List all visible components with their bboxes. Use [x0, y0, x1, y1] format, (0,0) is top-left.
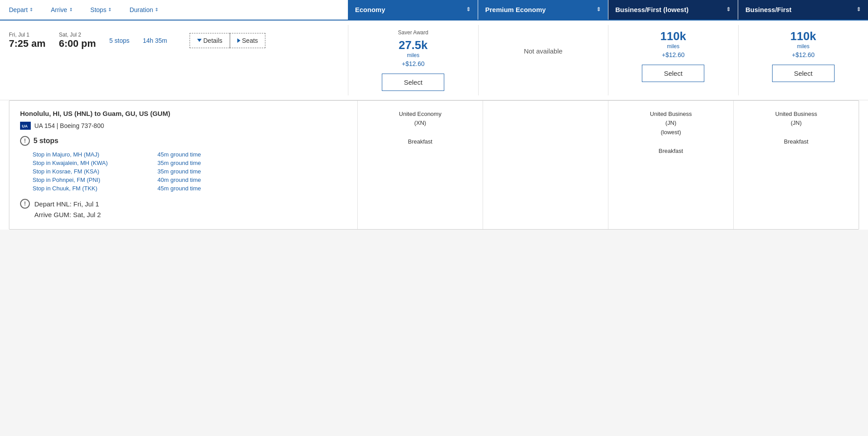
ground-time: 45m ground time — [157, 151, 201, 158]
duration-text: 14h 35m — [143, 37, 167, 44]
depart-warning-icon: ! — [20, 199, 30, 209]
business-lowest-sort-arrows: ⇕ — [726, 6, 731, 13]
cabin-meal: Breakfast — [408, 138, 433, 145]
business-lowest-cabin-header[interactable]: Business/First (lowest) ⇕ — [608, 0, 738, 20]
ground-time: 35m ground time — [157, 168, 201, 175]
depart-time: 7:25 am — [9, 38, 45, 49]
cabin-name-line: (XN) — [414, 119, 426, 126]
economy-cash: +$12.60 — [402, 60, 425, 67]
stops-count: 5 stops — [33, 137, 58, 145]
depart-arrive-info: ! Depart HNL: Fri, Jul 1 Arrive GUM: Sat… — [20, 199, 347, 220]
arrive-sort[interactable]: Arrive ⇕ — [51, 6, 73, 13]
stop-name[interactable]: Stop in Chuuk, FM (TKK) — [33, 185, 140, 192]
stops-sort[interactable]: Stops ⇕ — [91, 6, 112, 13]
business-lowest-miles-amount: 110k — [660, 29, 686, 43]
saver-award-label: Saver Award — [398, 29, 428, 36]
business-first-select-button[interactable]: Select — [772, 65, 835, 82]
business-first-miles-amount: 110k — [790, 29, 816, 43]
segment-cabin-3: United Business(JN)Breakfast — [733, 101, 859, 229]
stops-sort-icon: ⇕ — [108, 7, 112, 12]
segment-cabin-2: United Business(JN)(lowest)Breakfast — [608, 101, 733, 229]
premium-economy-label: Premium Economy — [485, 5, 546, 14]
depart-date: Fri, Jul 1 — [9, 32, 45, 38]
details-label: Details — [203, 37, 223, 44]
arrive-time: 6:00 pm — [59, 38, 96, 49]
arrive-sort-icon: ⇕ — [69, 7, 73, 12]
flight-actions: Details Seats — [190, 33, 266, 48]
stop-item: Stop in Kwajalein, MH (KWA) 35m ground t… — [20, 160, 347, 166]
cabin-name-line: United Economy — [399, 111, 441, 117]
flight-row: Fri, Jul 1 7:25 am Sat, Jul 2 6:00 pm 5 … — [0, 21, 868, 100]
stop-item: Stop in Pohnpei, FM (PNI) 40m ground tim… — [20, 177, 347, 183]
stop-name[interactable]: Stop in Kwajalein, MH (KWA) — [33, 160, 140, 166]
stops-header: ! 5 stops — [20, 136, 347, 146]
depart-sort[interactable]: Depart ⇕ — [9, 6, 33, 13]
ground-time: 40m ground time — [157, 177, 201, 183]
cabin-meal: Breakfast — [659, 148, 683, 154]
business-lowest-select-button[interactable]: Select — [642, 65, 704, 82]
segment-cabin-0: United Economy(XN)Breakfast — [357, 101, 483, 229]
depart-hnl: Depart HNL: Fri, Jul 1 — [34, 200, 99, 208]
business-first-miles-label: miles — [797, 43, 810, 49]
arrive-gum: Arrive GUM: Sat, Jul 2 — [34, 211, 101, 218]
stop-item: Stop in Majuro, MH (MAJ) 45m ground time — [20, 151, 347, 158]
cabin-meal: Breakfast — [784, 138, 809, 145]
premium-economy-pricing-cell: Not available — [478, 25, 608, 95]
economy-sort-arrows: ⇕ — [466, 6, 471, 13]
business-lowest-label: Business/First (lowest) — [616, 5, 689, 14]
stop-items-list: Stop in Majuro, MH (MAJ) 45m ground time… — [20, 151, 347, 192]
economy-pricing-cell: Saver Award 27.5k miles +$12.60 Select — [348, 25, 478, 95]
flight-columns-header: Depart ⇕ Arrive ⇕ Stops ⇕ Duration ⇕ — [0, 0, 348, 20]
arrive-section: Sat, Jul 2 6:00 pm — [59, 32, 96, 49]
economy-cabin-header[interactable]: Economy ⇕ — [348, 0, 478, 20]
arrive-label: Arrive — [51, 6, 67, 13]
cabin-name-line: (JN) — [665, 119, 677, 126]
flight-number: UA 154 | Boeing 737-800 — [34, 122, 104, 129]
flight-results: Depart ⇕ Arrive ⇕ Stops ⇕ Duration ⇕ Eco… — [0, 0, 868, 230]
depart-section: Fri, Jul 1 7:25 am — [9, 32, 45, 49]
cabin-name-line: United Business — [775, 111, 817, 117]
economy-select-button[interactable]: Select — [382, 74, 444, 91]
stops-link[interactable]: 5 stops — [109, 37, 129, 44]
depart-label: Depart — [9, 6, 28, 13]
not-available-label: Not available — [524, 47, 562, 55]
duration-sort[interactable]: Duration ⇕ — [129, 6, 158, 13]
segment-route: Honolulu, HI, US (HNL) to Guam, GU, US (… — [20, 110, 347, 117]
business-first-pricing-cell: 110k miles +$12.60 Select — [738, 25, 868, 95]
flight-number-row: UA UA 154 | Boeing 737-800 — [20, 122, 347, 130]
segment-info: Honolulu, HI, US (HNL) to Guam, GU, US (… — [9, 101, 357, 229]
business-lowest-cash: +$12.60 — [662, 51, 685, 58]
stop-name[interactable]: Stop in Kosrae, FM (KSA) — [33, 168, 140, 175]
svg-text:UA: UA — [22, 124, 28, 128]
premium-economy-sort-arrows: ⇕ — [596, 6, 601, 13]
seats-button[interactable]: Seats — [230, 33, 266, 48]
business-first-sort-arrows: ⇕ — [856, 6, 861, 13]
ground-time: 35m ground time — [157, 160, 201, 166]
business-first-label: Business/First — [745, 5, 791, 14]
duration-label: Duration — [129, 6, 153, 13]
business-lowest-miles-label: miles — [667, 43, 679, 49]
stop-name[interactable]: Stop in Majuro, MH (MAJ) — [33, 151, 140, 158]
segment-cabin-1 — [483, 101, 608, 229]
premium-economy-cabin-header[interactable]: Premium Economy ⇕ — [478, 0, 608, 20]
warning-circle-icon: ! — [20, 136, 30, 146]
business-first-cash: +$12.60 — [792, 51, 814, 58]
duration-sort-icon: ⇕ — [155, 7, 158, 12]
stop-name[interactable]: Stop in Pohnpei, FM (PNI) — [33, 177, 140, 183]
details-panel: Honolulu, HI, US (HNL) to Guam, GU, US (… — [9, 100, 859, 230]
segment-cabins: United Economy(XN)BreakfastUnited Busine… — [357, 101, 859, 229]
economy-miles-label: miles — [407, 52, 419, 58]
seats-label: Seats — [242, 37, 258, 44]
header-row: Depart ⇕ Arrive ⇕ Stops ⇕ Duration ⇕ Eco… — [0, 0, 868, 21]
stops-label: Stops — [91, 6, 107, 13]
cabin-name-line: (JN) — [791, 119, 802, 126]
cabin-name-line: (lowest) — [661, 129, 681, 136]
flight-times: Fri, Jul 1 7:25 am Sat, Jul 2 6:00 pm 5 … — [9, 32, 339, 49]
business-lowest-pricing-cell: 110k miles +$12.60 Select — [608, 25, 738, 95]
details-button[interactable]: Details — [190, 33, 230, 48]
details-panel-content: Honolulu, HI, US (HNL) to Guam, GU, US (… — [9, 101, 859, 229]
economy-miles-amount: 27.5k — [399, 38, 428, 52]
stop-item: Stop in Chuuk, FM (TKK) 45m ground time — [20, 185, 347, 192]
business-first-cabin-header[interactable]: Business/First ⇕ — [738, 0, 868, 20]
stop-item: Stop in Kosrae, FM (KSA) 35m ground time — [20, 168, 347, 175]
